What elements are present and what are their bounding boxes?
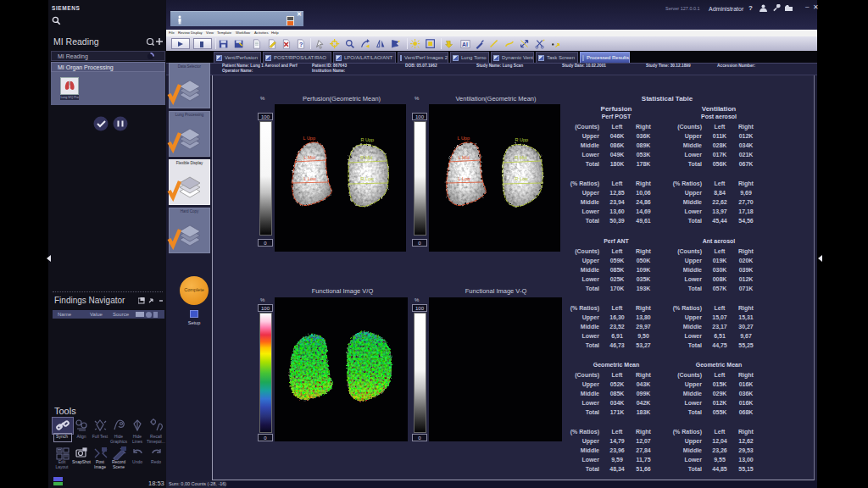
svg-text:L Mid: L Mid bbox=[304, 155, 315, 160]
svg-text:R Upp: R Upp bbox=[515, 137, 529, 142]
svg-text:R Low: R Low bbox=[361, 176, 375, 181]
svg-text:L Mid: L Mid bbox=[459, 155, 470, 160]
svg-text:L Low: L Low bbox=[304, 176, 317, 181]
svg-text:R Mid: R Mid bbox=[515, 155, 527, 160]
svg-text:R Mid: R Mid bbox=[361, 155, 373, 160]
svg-text:R Upp: R Upp bbox=[361, 137, 375, 142]
svg-text:?: ? bbox=[299, 41, 303, 48]
svg-text:L Upp: L Upp bbox=[303, 136, 315, 141]
svg-text:AI: AI bbox=[462, 42, 468, 47]
svg-text:L Upp: L Upp bbox=[458, 136, 470, 141]
svg-text:L Low: L Low bbox=[459, 176, 471, 181]
svg-text:R Low: R Low bbox=[515, 176, 529, 181]
